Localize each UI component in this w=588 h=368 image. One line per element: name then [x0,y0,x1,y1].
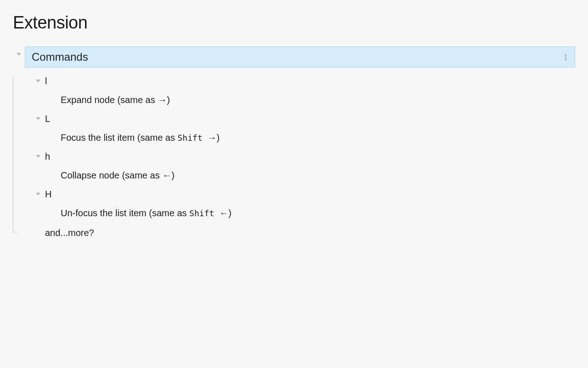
command-key: H [45,189,51,200]
section-row: Commands [13,46,575,68]
command-description: Collapse node (same as ←) [13,170,575,181]
chevron-down-icon [17,53,21,56]
chevron-down-icon [36,80,40,82]
command-row: h [13,151,575,162]
command-toggle[interactable] [31,114,45,120]
more-icon[interactable] [563,52,568,62]
section-toggle[interactable] [13,46,25,56]
command-description: Un-focus the list item (same as Shift ←) [13,208,575,218]
page-title: Extension [13,13,575,33]
chevron-down-icon [36,117,40,120]
tree-guide-line [13,76,13,232]
command-description: Expand node (same as →) [13,95,575,105]
command-toggle[interactable] [31,76,45,82]
section-children: l Expand node (same as →) L Focus the li… [13,76,575,238]
command-row: l [13,76,575,86]
chevron-down-icon [36,155,40,158]
command-row: L [13,114,575,124]
command-toggle[interactable] [31,151,45,158]
chevron-down-icon [36,193,40,196]
command-row: H [13,189,575,200]
tree-root: Commands l Expand node (same as →) [13,46,575,238]
more-text: and...more? [13,228,575,238]
command-description: Focus the list item (same as Shift →) [13,132,575,143]
command-key: l [45,76,47,86]
section-header[interactable]: Commands [25,46,575,68]
section-title: Commands [32,51,88,63]
command-toggle[interactable] [31,189,45,196]
command-key: L [45,114,50,124]
command-key: h [45,151,50,162]
